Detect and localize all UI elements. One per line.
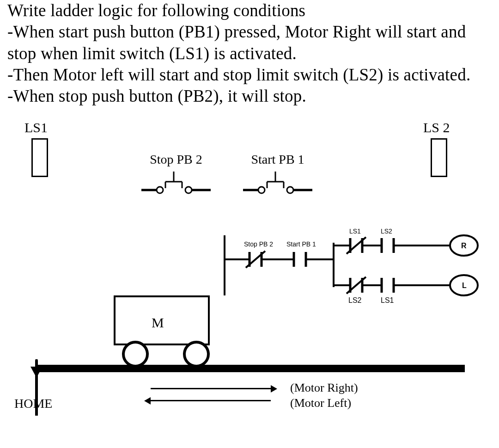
problem-title: Write ladder logic for following conditi… bbox=[7, 0, 492, 21]
problem-line-3: -When stop push button (PB2), it will st… bbox=[7, 86, 492, 107]
pushbutton-nc-icon bbox=[137, 170, 215, 197]
ladder-ls1-top: LS1 bbox=[349, 227, 361, 235]
ladder-start-label: Start PB 1 bbox=[286, 240, 316, 248]
svg-point-12 bbox=[258, 187, 265, 193]
start-push-button: Start PB 1 bbox=[238, 152, 317, 199]
svg-point-13 bbox=[287, 187, 293, 193]
label-home: HOME bbox=[14, 396, 52, 411]
diagram-container: LS1 LS 2 Stop PB 2 Start PB 1 bbox=[7, 120, 492, 416]
ladder-diagram: Stop PB 2 Start PB 1 LS1 bbox=[219, 226, 492, 311]
pushbutton-no-icon bbox=[238, 170, 317, 197]
arrow-right-icon bbox=[151, 388, 271, 389]
svg-point-4 bbox=[157, 187, 163, 193]
ladder-coil-r: R bbox=[461, 242, 467, 250]
motor-m-label: M bbox=[152, 315, 164, 331]
limit-switch-2-icon bbox=[431, 138, 447, 177]
arrow-left-icon bbox=[151, 400, 271, 401]
problem-line-1: -When start push button (PB1) pressed, M… bbox=[7, 21, 492, 64]
ladder-ls2-bot: LS2 bbox=[348, 296, 362, 304]
svg-point-5 bbox=[185, 187, 192, 193]
ladder-ls2-top: LS2 bbox=[381, 227, 392, 235]
start-pb-label: Start PB 1 bbox=[238, 152, 317, 167]
problem-line-2: -Then Motor left will start and stop lim… bbox=[7, 64, 492, 86]
limit-switch-1-icon bbox=[31, 138, 48, 177]
wheel-icon bbox=[122, 341, 149, 368]
ladder-stop-label: Stop PB 2 bbox=[244, 240, 273, 248]
wheel-icon bbox=[183, 341, 210, 368]
stop-pb-label: Stop PB 2 bbox=[137, 152, 215, 167]
track-icon bbox=[35, 365, 465, 372]
label-motor-left: (Motor Left) bbox=[290, 396, 351, 410]
problem-statement: Write ladder logic for following conditi… bbox=[7, 0, 492, 107]
ladder-coil-l: L bbox=[462, 282, 467, 289]
label-ls1: LS1 bbox=[24, 120, 48, 135]
ladder-ls1-bot: LS1 bbox=[381, 296, 394, 304]
arrow-down-icon bbox=[25, 359, 48, 389]
svg-marker-44 bbox=[30, 367, 43, 378]
stop-push-button: Stop PB 2 bbox=[137, 152, 215, 199]
label-ls2: LS 2 bbox=[423, 120, 450, 135]
label-motor-right: (Motor Right) bbox=[290, 381, 358, 395]
